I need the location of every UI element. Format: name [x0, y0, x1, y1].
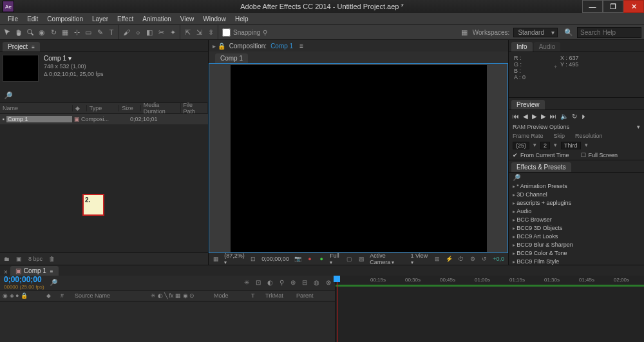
close-button[interactable]: ✕ [623, 0, 644, 13]
last-frame-icon[interactable]: ⏭ [550, 113, 556, 120]
fx-item[interactable]: aescripts + aeplugins [509, 199, 644, 207]
project-row[interactable]: ▪ Comp 1 ▣ Composi... 0;02;10;01 [0, 114, 208, 124]
fast-preview-icon[interactable]: ⚡ [446, 256, 453, 262]
frame-rate-dropdown[interactable]: (25) [513, 142, 529, 149]
viewer-time[interactable]: 0;00;00;00 [261, 256, 289, 262]
bpc-button[interactable]: 8 bpc [28, 256, 43, 262]
type-tool-icon[interactable]: T [107, 28, 116, 37]
project-tab[interactable]: Project≡ [3, 42, 40, 52]
reset-icon[interactable]: ↺ [481, 256, 488, 262]
res-icon[interactable]: ⊡ [250, 256, 256, 262]
info-tab[interactable]: Info [511, 42, 533, 52]
search-help-input[interactable] [577, 27, 641, 38]
workspace-dropdown[interactable]: Standard [513, 28, 558, 37]
timeline-icon[interactable]: ⏱ [458, 256, 464, 262]
draft-icon[interactable]: ⊡ [256, 279, 261, 286]
fx-item[interactable]: Audio [509, 207, 644, 216]
menu-effect[interactable]: Effect [113, 15, 137, 23]
orbit-tool-icon[interactable]: ◉ [37, 28, 46, 37]
resolution-dropdown[interactable]: Full [330, 252, 341, 265]
graph-icon[interactable]: ✳ [244, 279, 249, 286]
audio-tab[interactable]: Audio [534, 42, 561, 52]
fx-item[interactable]: BCC9 Film Style [509, 258, 644, 265]
work-area-bar[interactable] [336, 285, 644, 287]
shape-tool-icon[interactable]: ▭ [84, 28, 93, 37]
ram-preview-icon[interactable]: ⏵ [581, 113, 587, 120]
world-axis-icon[interactable]: ⇲ [194, 28, 204, 37]
first-frame-icon[interactable]: ⏮ [513, 113, 519, 120]
view-dropdown[interactable]: 1 View [411, 252, 429, 265]
col-label-icon[interactable]: ◆ [73, 105, 87, 111]
menu-edit[interactable]: Edit [23, 15, 42, 23]
effects-search[interactable]: 🔎 [509, 173, 644, 182]
comp-tab[interactable]: Comp 1 [215, 53, 248, 63]
project-search[interactable]: 🔎 [0, 88, 208, 102]
fx-item[interactable]: BCC Browser [509, 216, 644, 224]
from-current-checkbox[interactable]: ✔ [513, 152, 518, 158]
anchor-tool-icon[interactable]: ⊹ [72, 28, 81, 37]
brain-icon[interactable]: ⊗ [326, 279, 331, 286]
fx-item[interactable]: 3D Channel [509, 191, 644, 199]
col-size[interactable]: Size [119, 105, 141, 111]
pixel-aspect-icon[interactable]: ⊞ [434, 256, 440, 262]
workspace-icon[interactable]: ▦ [460, 28, 469, 37]
local-axis-icon[interactable]: ⇱ [183, 28, 192, 37]
fx-item[interactable]: * Animation Presets [509, 182, 644, 191]
skip-dropdown[interactable]: 2 [540, 142, 550, 149]
selection-tool-icon[interactable] [3, 28, 12, 37]
fx-item[interactable]: BCC9 3D Objects [509, 224, 644, 233]
snapping-checkbox[interactable] [222, 28, 231, 37]
fx-icon[interactable]: ⊛ [290, 279, 296, 286]
col-source[interactable]: Source Name [72, 292, 148, 299]
snapping-toggle[interactable]: Snapping ⚲ [218, 28, 267, 37]
minimize-button[interactable]: — [582, 0, 603, 13]
chevron-down-icon[interactable]: ▾ [637, 124, 640, 130]
loop-icon[interactable]: ↻ [572, 113, 577, 120]
roi-icon[interactable]: ▢ [346, 256, 353, 262]
clone-tool-icon[interactable]: ⟐ [133, 28, 142, 37]
roto-tool-icon[interactable]: ✂ [156, 28, 166, 37]
timeline-track-area[interactable]: 00;15s 00;30s 00;45s 01;00s 01;15s 01;30… [336, 276, 644, 342]
menu-layer[interactable]: Layer [88, 15, 112, 23]
composition-canvas[interactable] [231, 65, 487, 252]
timeline-search-icon[interactable]: 🔎 [50, 279, 57, 286]
col-parent[interactable]: Parent [294, 292, 331, 299]
maximize-button[interactable]: ❐ [603, 0, 623, 13]
comp-breadcrumb[interactable]: Comp 1 [270, 43, 293, 50]
full-screen-checkbox[interactable]: ☐ [581, 152, 586, 158]
fx-item[interactable]: BCC9 Blur & Sharpen [509, 241, 644, 249]
channel-icon[interactable]: ● [307, 256, 313, 262]
next-frame-icon[interactable]: ▶ [541, 113, 546, 120]
playhead[interactable] [337, 276, 337, 342]
camera-dropdown[interactable]: Active Camera [370, 252, 405, 265]
col-trkmat[interactable]: TrkMat [263, 292, 294, 299]
project-list-area[interactable]: 2. [0, 124, 208, 252]
comp-thumbnail[interactable] [3, 55, 39, 82]
frame-blend-icon[interactable]: ⊟ [302, 279, 307, 286]
effects-list[interactable]: * Animation Presets 3D Channel aescripts… [509, 182, 644, 265]
channel-icon[interactable]: ● [318, 256, 325, 262]
preview-tab[interactable]: Preview [511, 100, 545, 109]
snapshot-icon[interactable]: 📷 [294, 256, 301, 262]
col-name[interactable]: Name [0, 105, 73, 111]
transparency-icon[interactable]: ▨ [358, 256, 365, 262]
exposure-value[interactable]: +0,0 [493, 256, 504, 262]
zoom-tool-icon[interactable] [26, 28, 35, 37]
fx-item[interactable]: BCC9 Art Looks [509, 233, 644, 241]
brush-tool-icon[interactable]: 🖌 [122, 28, 131, 37]
menu-composition[interactable]: Composition [43, 15, 87, 23]
menu-file[interactable]: File [4, 15, 22, 23]
play-icon[interactable]: ▶ [532, 113, 537, 120]
col-mode[interactable]: Mode [211, 292, 249, 299]
blur-icon[interactable]: ◍ [314, 279, 319, 286]
camera-tool-icon[interactable]: ▦ [61, 28, 70, 37]
eraser-tool-icon[interactable]: ◧ [145, 28, 154, 37]
lock-icon[interactable]: ▸ 🔒 [213, 43, 225, 50]
composition-viewer[interactable] [209, 63, 508, 253]
fx-item[interactable]: BCC9 Color & Tone [509, 249, 644, 258]
menu-animation[interactable]: Animation [138, 15, 175, 23]
menu-help[interactable]: Help [231, 15, 252, 23]
mute-icon[interactable]: 🔈 [560, 113, 568, 120]
ram-options-label[interactable]: RAM Preview Options [513, 124, 569, 130]
puppet-tool-icon[interactable]: ✦ [168, 28, 177, 37]
